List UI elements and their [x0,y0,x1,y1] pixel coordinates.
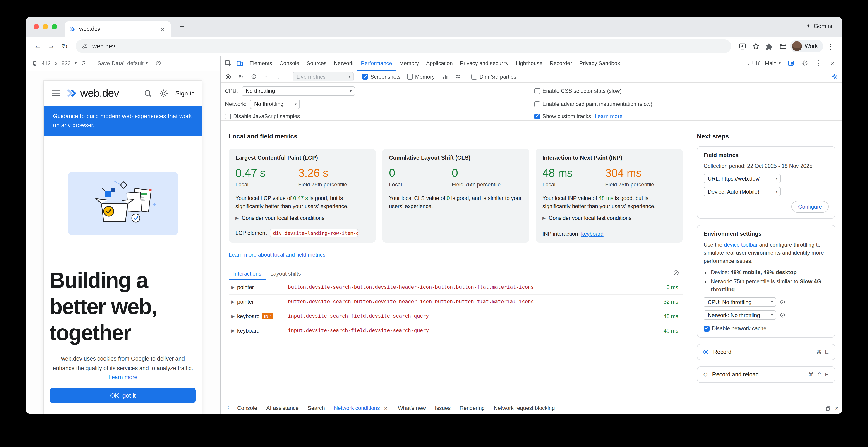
devtools-close-icon[interactable]: × [827,57,839,69]
sidebar-network-select[interactable]: Network: No throttling▾ [704,310,776,320]
checkbox[interactable] [534,101,540,107]
devtools-tab-recorder[interactable]: Recorder [546,56,576,71]
checkbox[interactable] [704,325,710,332]
drawer-tab-ai-assistance[interactable]: AI assistance [262,402,303,414]
device-toolbar-link[interactable]: device toolbar [724,242,757,248]
gemini-button[interactable]: ✦ Gemini [806,23,832,29]
save-profile-icon[interactable]: ↓ [274,72,284,81]
sidebar-cpu-select[interactable]: CPU: No throttling▾ [704,297,776,307]
interaction-row[interactable]: ▶ keyboard input.devsite-search-field.de… [229,323,683,338]
screenshots-checkbox[interactable]: Screenshots [362,73,401,80]
record-button[interactable]: Record ⌘ E [697,344,835,360]
field-url-select[interactable]: URL: https://web.dev/▾ [704,174,781,183]
theme-toggle-icon[interactable] [159,89,168,98]
devtools-tab-application[interactable]: Application [423,56,456,71]
checkbox[interactable] [534,88,540,94]
triangle-right-icon[interactable]: ▶ [231,328,235,333]
inp-interaction-link[interactable]: keyboard [581,231,603,237]
devtools-tab-console[interactable]: Console [276,56,303,71]
drawer-tab-network-request-blocking[interactable]: Network request blocking [490,402,559,414]
network-throttling-select[interactable]: No throttling▾ [250,99,300,109]
browser-tab[interactable]: web.dev × [65,21,171,37]
minimize-window-button[interactable] [42,24,48,29]
capture-settings-gear-icon[interactable] [830,72,839,81]
reload-button[interactable]: ↻ [58,40,71,53]
lcp-consider-toggle[interactable]: ▶ Consider your local test conditions [236,215,369,221]
expand-drawer-icon[interactable] [826,405,831,411]
javascript-context-select[interactable]: Main ▾ [763,60,782,66]
interaction-selector[interactable]: button.devsite-search-button.devsite-hea… [288,284,648,290]
drawer-tab-network-conditions[interactable]: Network conditions × [330,402,393,414]
tune-icon[interactable] [453,72,463,81]
throttling-icon[interactable] [155,60,161,66]
dim-third-parties-checkbox[interactable]: Dim 3rd parties [471,73,517,80]
save-data-select[interactable]: 'Save-Data': default ▾ [96,60,148,66]
devtools-settings-gear-icon[interactable] [799,57,810,69]
disable-network-cache-checkbox[interactable]: Disable network cache [704,325,766,332]
devtools-tab-privacy-sandbox[interactable]: Privacy Sandbox [576,56,624,71]
stats-icon[interactable] [440,72,450,81]
memory-checkbox[interactable]: Memory [407,73,435,80]
interaction-selector[interactable]: input.devsite-search-field.devsite-searc… [288,313,648,319]
interactions-tab[interactable]: Interactions [229,267,266,280]
browser-menu-icon[interactable]: ⋮ [824,40,837,53]
install-icon[interactable] [736,40,748,53]
interaction-row[interactable]: ▶ pointer button.devsite-search-button.d… [229,280,683,295]
checkbox[interactable] [362,74,368,80]
drawer-tab-rendering[interactable]: Rendering [456,402,489,414]
configure-button[interactable]: Configure [792,201,829,213]
drawer-tab-whats-new[interactable]: What's new [394,402,430,414]
checkbox[interactable] [407,74,413,80]
drawer-more-tools-icon[interactable]: ⋮ [224,402,232,414]
layout-shifts-tab[interactable]: Layout shifts [266,267,305,280]
devtools-tab-performance[interactable]: Performance [357,56,396,71]
cpu-throttling-select[interactable]: No throttling▾ [242,86,355,96]
disable-js-samples-checkbox[interactable]: Disable JavaScript samples [225,113,300,119]
interaction-row[interactable]: ▶ pointer button.devsite-search-button.d… [229,295,683,309]
site-logo[interactable]: web.dev [67,87,119,100]
drawer-tab-issues[interactable]: Issues [431,402,455,414]
devtools-tab-elements[interactable]: Elements [246,56,276,71]
hamburger-menu-icon[interactable] [51,90,60,96]
close-window-button[interactable] [33,24,39,29]
zoom-select-icon[interactable]: ▾ [75,61,76,65]
devtools-tab-memory[interactable]: Memory [396,56,423,71]
device-toolbar-toggle-icon[interactable] [234,57,246,69]
record-icon[interactable] [223,72,233,81]
show-custom-tracks-checkbox[interactable]: Show custom tracks [534,113,591,119]
device-select-icon[interactable] [32,60,38,66]
cpu-info-icon[interactable] [780,299,785,305]
profile-chip[interactable]: Work [790,40,823,53]
devtools-menu-icon[interactable]: ⋮ [813,57,825,69]
bookmark-star-icon[interactable] [749,40,762,53]
tab-search-icon[interactable] [777,40,789,53]
device-toolbar-menu-icon[interactable]: ⋮ [166,60,172,66]
extensions-icon[interactable] [763,40,776,53]
clear-icon[interactable] [249,72,258,81]
back-button[interactable]: ← [31,40,44,53]
address-bar[interactable]: web.dev [75,39,731,53]
devtools-tab-lighthouse[interactable]: Lighthouse [512,56,546,71]
clear-log-icon[interactable] [673,270,679,276]
triangle-right-icon[interactable]: ▶ [231,314,235,318]
css-selector-stats-checkbox[interactable]: Enable CSS selector stats (slow) [534,88,621,94]
tab-close-icon[interactable]: × [158,25,167,33]
devtools-tab-network[interactable]: Network [330,56,357,71]
search-icon[interactable] [144,89,152,98]
interaction-selector[interactable]: button.devsite-search-button.devsite-hea… [288,299,648,305]
custom-tracks-learn-more-link[interactable]: Learn more [595,113,623,119]
inspect-element-icon[interactable] [222,57,234,69]
triangle-right-icon[interactable]: ▶ [231,285,235,289]
drawer-tab-console[interactable]: Console [233,402,261,414]
record-and-reload-icon[interactable]: ↻ [236,72,246,81]
forward-button[interactable]: → [45,40,58,53]
interaction-row[interactable]: ▶ keyboard INP input.devsite-search-fiel… [229,309,683,323]
interaction-selector[interactable]: input.devsite-search-field.devsite-searc… [288,328,648,334]
viewport-width-field[interactable]: 412 [42,60,51,66]
load-profile-icon[interactable]: ↑ [261,72,271,81]
checkbox[interactable] [471,74,477,80]
metrics-learn-more-link[interactable]: Learn more about local and field metrics [229,251,325,258]
zoom-window-button[interactable] [52,24,57,29]
new-tab-button[interactable]: + [177,22,187,32]
devtools-tab-sources[interactable]: Sources [303,56,330,71]
